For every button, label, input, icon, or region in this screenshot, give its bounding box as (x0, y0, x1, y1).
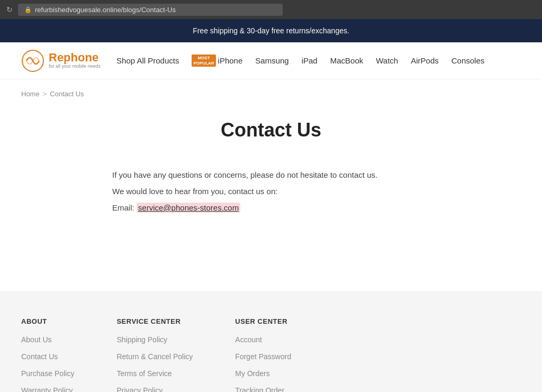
announcement-text: Free shipping & 30-day free returns/exch… (193, 26, 349, 35)
refresh-icon[interactable]: ↻ (6, 5, 13, 14)
nav-item-macbook: MacBook (330, 56, 364, 66)
nav-item-shop-all-products: Shop All Products (116, 56, 179, 66)
logo-name: Rephone (49, 52, 101, 63)
footer-link[interactable]: Tracking Order (235, 386, 284, 392)
nav-link-consoles[interactable]: Consoles (451, 56, 485, 65)
footer-link[interactable]: About Us (21, 335, 52, 344)
nav-item-samsung: Samsung (255, 56, 288, 66)
nav-item-airpods: AirPods (411, 56, 439, 66)
nav-link-shop-all-products[interactable]: Shop All Products (116, 56, 179, 65)
contact-email-line: Email: service@phones-stores.com (112, 200, 430, 215)
site-footer: ABOUTAbout UsContact UsPurchase PolicyWa… (0, 291, 542, 392)
contact-body-line2: We would love to hear from you, contact … (112, 184, 430, 198)
footer-link[interactable]: Purchase Policy (21, 369, 74, 378)
nav-link-iphone[interactable]: MOST POPULAR iPhone (192, 54, 242, 67)
nav-link-macbook[interactable]: MacBook (330, 56, 364, 65)
contact-us-page: Contact Us If you have any questions or … (21, 103, 521, 249)
browser-chrome: ↻ 🔒 refurbishedvoguesale.online/blogs/Co… (0, 0, 542, 19)
nav-link-watch[interactable]: Watch (376, 56, 398, 65)
footer-link[interactable]: Privacy Policy (116, 386, 162, 392)
nav-item-ipad: iPad (302, 56, 318, 66)
footer-link-item: Terms of Service (116, 369, 193, 378)
logo-text: Rephone for all your mobile needs (49, 52, 101, 69)
footer-link[interactable]: My Orders (235, 369, 269, 378)
nav-item-watch: Watch (376, 56, 398, 66)
footer-col-user-center: USER CENTERAccountForget PasswordMy Orde… (235, 317, 291, 392)
nav-link-airpods[interactable]: AirPods (411, 56, 439, 65)
footer-link-item: Shipping Policy (116, 335, 193, 344)
footer-link-item: Purchase Policy (21, 369, 74, 378)
footer-link-item: My Orders (235, 369, 291, 378)
footer-link-item: About Us (21, 335, 74, 344)
most-popular-badge: MOST POPULAR (192, 54, 215, 67)
main-nav: Shop All Products MOST POPULAR iPhone Sa… (116, 54, 484, 67)
footer-link-item: Tracking Order (235, 386, 291, 392)
announcement-bar: Free shipping & 30-day free returns/exch… (0, 19, 542, 42)
footer-link-item: Account (235, 335, 291, 344)
footer-col-about: ABOUTAbout UsContact UsPurchase PolicyWa… (21, 317, 74, 392)
lock-icon: 🔒 (24, 6, 32, 13)
nav-link-ipad[interactable]: iPad (302, 56, 318, 65)
footer-col-heading: ABOUT (21, 317, 74, 325)
nav-item-iphone: MOST POPULAR iPhone (192, 54, 242, 67)
footer-link-item: Privacy Policy (116, 386, 193, 392)
site-header: Rephone for all your mobile needs Shop A… (0, 42, 542, 79)
footer-link[interactable]: Return & Cancel Policy (116, 352, 193, 361)
nav-link-label: iPhone (218, 56, 243, 65)
logo-icon (21, 49, 44, 72)
email-label: Email: (112, 203, 134, 212)
footer-link-item: Contact Us (21, 352, 74, 361)
footer-link[interactable]: Shipping Policy (116, 335, 167, 344)
breadcrumb-separator: > (43, 90, 47, 98)
footer-link[interactable]: Forget Password (235, 352, 291, 361)
footer-link-item: Return & Cancel Policy (116, 352, 193, 361)
page-title: Contact Us (21, 119, 521, 141)
logo-link[interactable]: Rephone for all your mobile needs (21, 49, 101, 72)
nav-link-samsung[interactable]: Samsung (255, 56, 288, 65)
contact-us-body: If you have any questions or concerns, p… (112, 168, 430, 215)
footer-link[interactable]: Account (235, 335, 262, 344)
footer-col-heading: SERVICE CENTER (116, 317, 193, 325)
footer-link[interactable]: Contact Us (21, 352, 58, 361)
nav-item-consoles: Consoles (451, 56, 485, 66)
footer-link[interactable]: Warranty Policy (21, 386, 73, 392)
breadcrumb-home[interactable]: Home (21, 90, 40, 98)
logo-tagline: for all your mobile needs (49, 63, 101, 69)
footer-col-heading: USER CENTER (235, 317, 291, 325)
breadcrumb-current: Contact Us (50, 90, 84, 98)
breadcrumb: Home > Contact Us (21, 79, 521, 103)
footer-link[interactable]: Terms of Service (116, 369, 171, 378)
footer-link-item: Forget Password (235, 352, 291, 361)
email-link[interactable]: service@phones-stores.com (137, 203, 240, 213)
url-text: refurbishedvoguesale.online/blogs/Contac… (35, 6, 176, 14)
address-bar[interactable]: 🔒 refurbishedvoguesale.online/blogs/Cont… (18, 4, 283, 16)
contact-body-line1: If you have any questions or concerns, p… (112, 168, 430, 182)
page-wrapper: Home > Contact Us Contact Us If you have… (0, 79, 542, 291)
footer-col-service-center: SERVICE CENTERShipping PolicyReturn & Ca… (116, 317, 193, 392)
footer-link-item: Warranty Policy (21, 386, 74, 392)
